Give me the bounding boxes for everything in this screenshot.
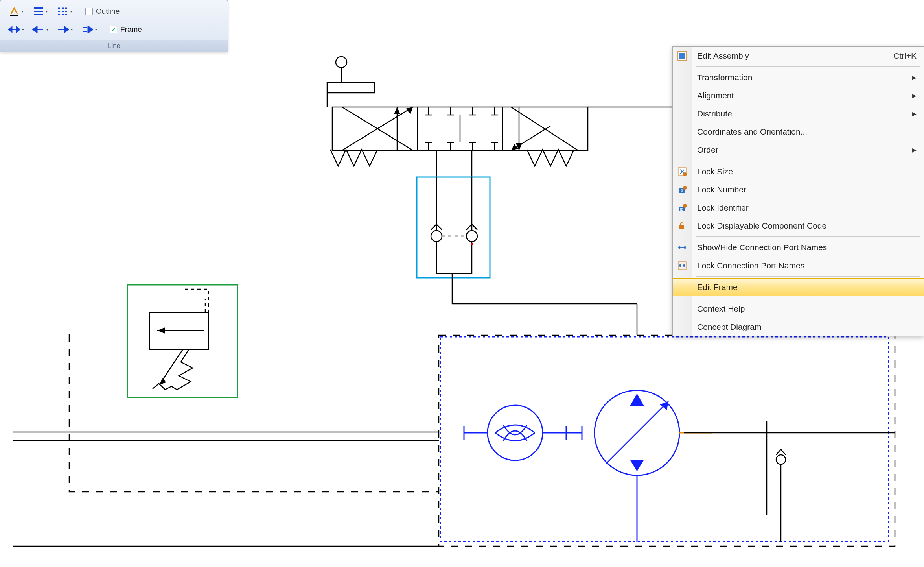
submenu-arrow-icon: ▶ bbox=[912, 147, 917, 153]
menu-lock-ports[interactable]: Lock Connection Port Names bbox=[673, 257, 924, 275]
menu-alignment[interactable]: Alignment ▶ bbox=[673, 87, 924, 105]
svg-point-104 bbox=[683, 264, 685, 267]
line-style-dashed-button[interactable]: ▼ bbox=[54, 4, 76, 18]
menu-order[interactable]: Order ▶ bbox=[673, 141, 924, 159]
menu-label: Edit Assembly bbox=[697, 51, 749, 61]
lock-code-icon bbox=[677, 220, 688, 231]
submenu-arrow-icon: ▶ bbox=[912, 74, 917, 81]
menu-label: Distribute bbox=[697, 109, 732, 118]
dropdown-caret-icon: ▼ bbox=[70, 10, 73, 13]
assembly-outline bbox=[439, 335, 895, 546]
menu-lock-number[interactable]: # Lock Number bbox=[673, 181, 924, 199]
svg-rect-10 bbox=[332, 107, 588, 150]
svg-point-97 bbox=[683, 204, 687, 208]
menu-shortcut: Ctrl+K bbox=[893, 51, 917, 61]
menu-edit-assembly[interactable]: Edit Assembly Ctrl+K bbox=[673, 47, 924, 65]
svg-marker-37 bbox=[511, 144, 518, 150]
menu-label: Coordinates and Orientation... bbox=[697, 127, 807, 137]
svg-marker-82 bbox=[33, 27, 37, 32]
edit-assembly-icon bbox=[677, 50, 688, 61]
svg-rect-89 bbox=[679, 53, 685, 59]
svg-point-58 bbox=[595, 390, 679, 475]
svg-rect-98 bbox=[679, 225, 684, 229]
menu-concept-diagram[interactable]: Concept Diagram bbox=[673, 318, 924, 336]
menu-lock-identifier[interactable]: ID Lock Identifier bbox=[673, 199, 924, 217]
svg-line-59 bbox=[606, 401, 668, 464]
svg-marker-3 bbox=[157, 327, 165, 334]
svg-line-13 bbox=[342, 107, 413, 150]
svg-point-99 bbox=[678, 246, 681, 249]
menu-label: Alignment bbox=[697, 91, 734, 100]
menu-show-hide-ports[interactable]: Show/Hide Connection Port Names bbox=[673, 238, 924, 257]
svg-rect-1 bbox=[149, 312, 208, 349]
svg-line-4 bbox=[159, 349, 183, 385]
pressure-relief-valve[interactable] bbox=[127, 285, 237, 397]
line-style-solid-button[interactable]: ▼ bbox=[29, 4, 52, 18]
outline-checkbox[interactable] bbox=[85, 8, 93, 15]
svg-point-6 bbox=[336, 57, 347, 68]
menu-label: Lock Connection Port Names bbox=[697, 261, 804, 270]
menu-label: Lock Identifier bbox=[697, 203, 749, 212]
dropdown-caret-icon: ▼ bbox=[95, 28, 98, 31]
svg-point-67 bbox=[776, 455, 786, 464]
menu-lock-code[interactable]: Lock Displayable Component Code bbox=[673, 217, 924, 235]
menu-label: Edit Frame bbox=[697, 283, 738, 292]
svg-marker-17 bbox=[394, 107, 400, 114]
svg-line-36 bbox=[511, 126, 550, 150]
svg-line-35 bbox=[511, 107, 578, 150]
arrow-left-button[interactable]: ▼ bbox=[29, 22, 52, 37]
selected-frame bbox=[127, 285, 237, 397]
svg-marker-60 bbox=[660, 401, 668, 410]
menu-coordinates[interactable]: Coordinates and Orientation... bbox=[673, 123, 924, 141]
svg-point-94 bbox=[683, 186, 687, 190]
selected-cyan-frame bbox=[417, 177, 490, 278]
svg-rect-8 bbox=[327, 83, 374, 93]
svg-point-45 bbox=[431, 231, 442, 242]
menu-label: Concept Diagram bbox=[697, 322, 761, 332]
outline-label: Outline bbox=[96, 7, 120, 16]
svg-point-48 bbox=[471, 243, 473, 245]
svg-marker-87 bbox=[88, 26, 93, 33]
menu-edit-frame[interactable]: Edit Frame bbox=[673, 278, 924, 296]
frame-checkbox[interactable]: ✓ bbox=[110, 26, 117, 33]
svg-marker-80 bbox=[17, 27, 20, 32]
svg-point-103 bbox=[679, 264, 681, 267]
svg-point-46 bbox=[466, 231, 477, 242]
svg-marker-62 bbox=[630, 460, 644, 471]
svg-marker-84 bbox=[64, 27, 68, 32]
frame-label: Frame bbox=[120, 25, 142, 34]
dropdown-caret-icon: ▼ bbox=[70, 28, 73, 31]
svg-text:ID: ID bbox=[680, 207, 684, 211]
ribbon-title: Line bbox=[0, 40, 228, 52]
menu-label: Lock Displayable Component Code bbox=[697, 221, 826, 231]
menu-lock-size[interactable]: Lock Size bbox=[673, 163, 924, 181]
menu-label: Show/Hide Connection Port Names bbox=[697, 243, 827, 252]
arrow-lines-right-button[interactable]: ▼ bbox=[78, 22, 100, 37]
line-color-button[interactable]: ▼ bbox=[5, 4, 27, 18]
lock-identifier-icon: ID bbox=[677, 202, 688, 213]
arrow-right-button[interactable]: ▼ bbox=[54, 22, 76, 37]
arrow-both-button[interactable]: ▼ bbox=[5, 22, 27, 37]
submenu-arrow-icon: ▶ bbox=[912, 111, 917, 117]
show-hide-ports-icon bbox=[677, 242, 688, 253]
menu-context-help[interactable]: Context Help bbox=[673, 300, 924, 318]
lock-size-icon bbox=[677, 166, 688, 177]
dropdown-caret-icon: ▼ bbox=[22, 28, 24, 31]
menu-transformation[interactable]: Transformation ▶ bbox=[673, 68, 924, 87]
svg-marker-14 bbox=[406, 107, 413, 114]
lock-ports-icon bbox=[677, 260, 688, 271]
right-network bbox=[684, 421, 895, 542]
motor-pump-group[interactable] bbox=[464, 390, 712, 542]
submenu-arrow-icon: ▶ bbox=[912, 92, 917, 99]
double-check-valve[interactable] bbox=[417, 177, 490, 278]
svg-point-100 bbox=[684, 246, 686, 249]
svg-text:#: # bbox=[681, 189, 683, 193]
svg-line-15 bbox=[342, 107, 413, 150]
svg-point-54 bbox=[488, 405, 543, 460]
menu-separator bbox=[696, 161, 920, 161]
ribbon-line-panel: ▼ ▼ ▼ Outline ▼ ▼ bbox=[0, 0, 228, 52]
menu-label: Lock Size bbox=[697, 167, 733, 176]
svg-rect-71 bbox=[10, 15, 18, 16]
menu-distribute[interactable]: Distribute ▶ bbox=[673, 105, 924, 123]
svg-marker-5 bbox=[159, 378, 166, 385]
